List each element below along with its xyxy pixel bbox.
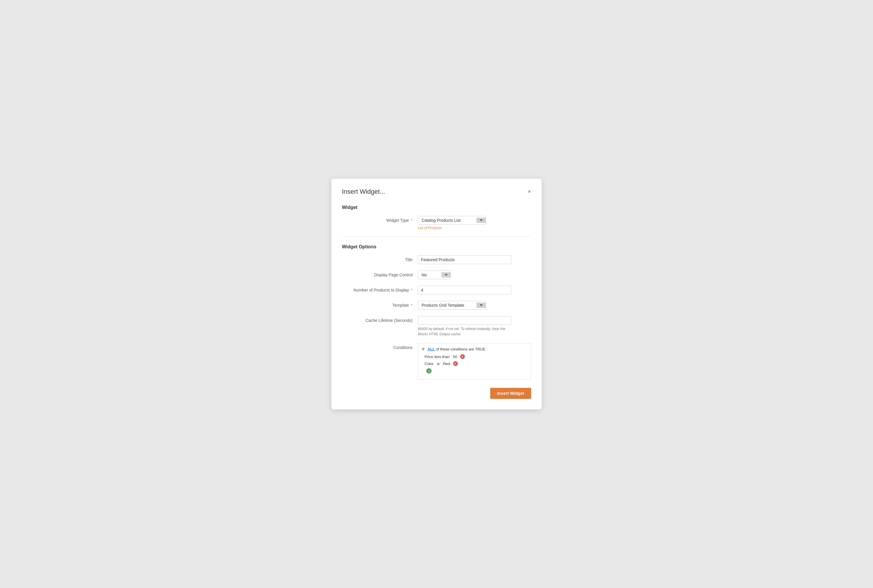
conditions-all-keyword[interactable]: ALL (427, 347, 435, 351)
insert-widget-button[interactable]: Insert Widget (490, 388, 531, 399)
widget-type-label: Widget Type * (342, 216, 418, 223)
widget-type-field: Catalog Products List List of Products (418, 216, 531, 230)
widget-options-section: Widget Options Title Display Page Contro… (342, 242, 531, 380)
template-select[interactable]: Products Grid Template (418, 301, 486, 310)
num-products-field (418, 286, 531, 294)
add-condition-row: + (422, 368, 527, 374)
title-row: Title (342, 255, 531, 264)
required-star-widget-type: * (411, 218, 413, 223)
num-products-input[interactable] (418, 286, 511, 294)
display-page-select-value: No (418, 271, 442, 279)
condition2-val[interactable]: Red (443, 362, 450, 366)
modal-header: Insert Widget... × (342, 188, 531, 195)
chevron-down-icon (480, 304, 482, 306)
add-condition-button[interactable]: + (426, 368, 431, 374)
condition-item-2: Color is Red ✕ (422, 361, 527, 366)
close-button[interactable]: × (527, 189, 531, 194)
conditions-field: If ALL of these conditions are TRUE : Pr… (418, 343, 531, 380)
display-page-field: No (418, 270, 531, 279)
chevron-down-icon (445, 274, 448, 276)
widget-type-row: Widget Type * Catalog Products List List… (342, 216, 531, 230)
chevron-down-icon (480, 219, 482, 221)
condition1-remove-button[interactable]: ✕ (460, 354, 465, 359)
condition2-remove-button[interactable]: ✕ (453, 361, 458, 366)
template-field: Products Grid Template (418, 301, 531, 310)
conditions-box: If ALL of these conditions are TRUE : Pr… (418, 343, 531, 380)
condition2-op[interactable]: is (437, 362, 440, 366)
display-page-dropdown-arrow[interactable] (442, 272, 451, 278)
widget-type-dropdown-arrow[interactable] (476, 218, 485, 223)
section-divider (342, 236, 531, 237)
num-products-row: Number of Products to Display * (342, 286, 531, 294)
template-row: Template * Products Grid Template (342, 301, 531, 310)
condition1-op[interactable]: less than (434, 354, 450, 359)
condition-item-1: Price less than 50 ✕ (422, 354, 527, 359)
widget-type-hint: List of Products (418, 226, 531, 230)
display-page-select[interactable]: No (418, 270, 451, 279)
title-input[interactable] (418, 255, 511, 264)
modal-footer: Insert Widget (342, 388, 531, 399)
cache-field: 86400 by default, if not set. To refresh… (418, 316, 531, 337)
conditions-row: Conditions If ALL of these conditions ar… (342, 343, 531, 380)
display-page-row: Display Page Control No (342, 270, 531, 279)
template-select-value: Products Grid Template (418, 301, 476, 309)
conditions-header: If ALL of these conditions are TRUE : (422, 347, 527, 351)
modal-dialog: Insert Widget... × Widget Widget Type * … (331, 178, 542, 410)
widget-options-heading: Widget Options (342, 242, 531, 249)
widget-type-select[interactable]: Catalog Products List (418, 216, 486, 225)
cache-input[interactable] (418, 316, 511, 325)
required-star-num-products: * (411, 288, 413, 292)
widget-type-select-value: Catalog Products List (418, 216, 476, 224)
condition2-field[interactable]: Color (425, 362, 434, 366)
widget-section-heading: Widget (342, 202, 531, 210)
template-label: Template * (342, 301, 418, 308)
cache-row: Cache Lifetime (Seconds) 86400 by defaul… (342, 316, 531, 337)
title-label: Title (342, 255, 418, 262)
conditions-label: Conditions (342, 343, 418, 350)
num-products-label: Number of Products to Display * (342, 286, 418, 292)
template-dropdown-arrow[interactable] (476, 303, 485, 308)
modal-title: Insert Widget... (342, 188, 385, 195)
title-field (418, 255, 531, 264)
modal-overlay: Insert Widget... × Widget Widget Type * … (331, 178, 542, 410)
widget-section: Widget Widget Type * Catalog Products Li… (342, 202, 531, 230)
display-page-label: Display Page Control (342, 270, 418, 277)
cache-label: Cache Lifetime (Seconds) (342, 316, 418, 323)
required-star-template: * (411, 303, 413, 308)
condition1-val[interactable]: 50 (453, 354, 457, 359)
condition1-field[interactable]: Price (425, 354, 433, 359)
cache-hint: 86400 by default, if not set. To refresh… (418, 326, 505, 337)
